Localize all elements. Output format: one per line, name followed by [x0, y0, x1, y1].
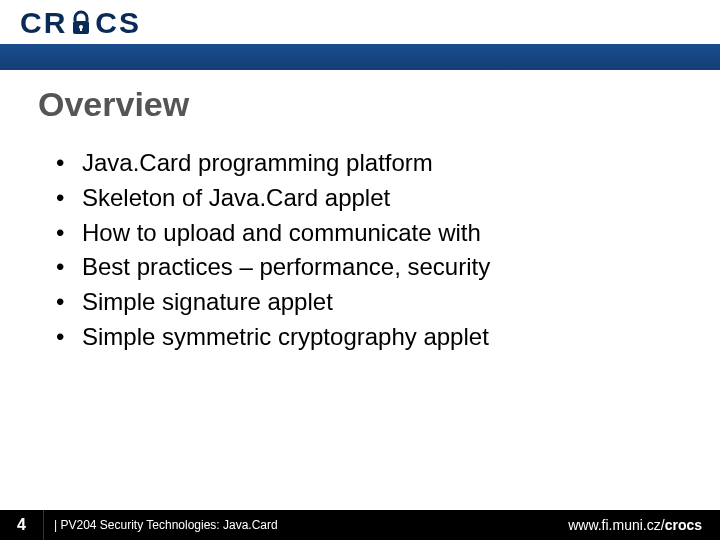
footer-url: www.fi.muni.cz/crocs: [568, 517, 720, 533]
slide-title: Overview: [38, 85, 682, 124]
crocs-logo: CR CS: [20, 6, 141, 40]
footer-course-text: | PV204 Security Technologies: Java.Card: [44, 518, 278, 532]
list-item: How to upload and communicate with: [56, 216, 682, 251]
svg-rect-2: [80, 27, 82, 31]
list-item: Skeleton of Java.Card applet: [56, 181, 682, 216]
logo-text-left: CR: [20, 6, 67, 40]
list-item: Simple signature applet: [56, 285, 682, 320]
slide: CR CS Overview Java.Card programming pla…: [0, 0, 720, 540]
footer-url-bold: crocs: [665, 517, 702, 533]
bullet-list: Java.Card programming platform Skeleton …: [38, 146, 682, 355]
logo-text-right: CS: [95, 6, 141, 40]
page-number: 4: [0, 510, 44, 540]
list-item: Java.Card programming platform: [56, 146, 682, 181]
list-item: Simple symmetric cryptography applet: [56, 320, 682, 355]
footer-url-plain: www.fi.muni.cz/: [568, 517, 664, 533]
header-blue-bar: [0, 44, 720, 70]
list-item: Best practices – performance, security: [56, 250, 682, 285]
lock-icon: [67, 10, 95, 36]
footer-bar: 4 | PV204 Security Technologies: Java.Ca…: [0, 510, 720, 540]
content-area: Overview Java.Card programming platform …: [38, 85, 682, 355]
